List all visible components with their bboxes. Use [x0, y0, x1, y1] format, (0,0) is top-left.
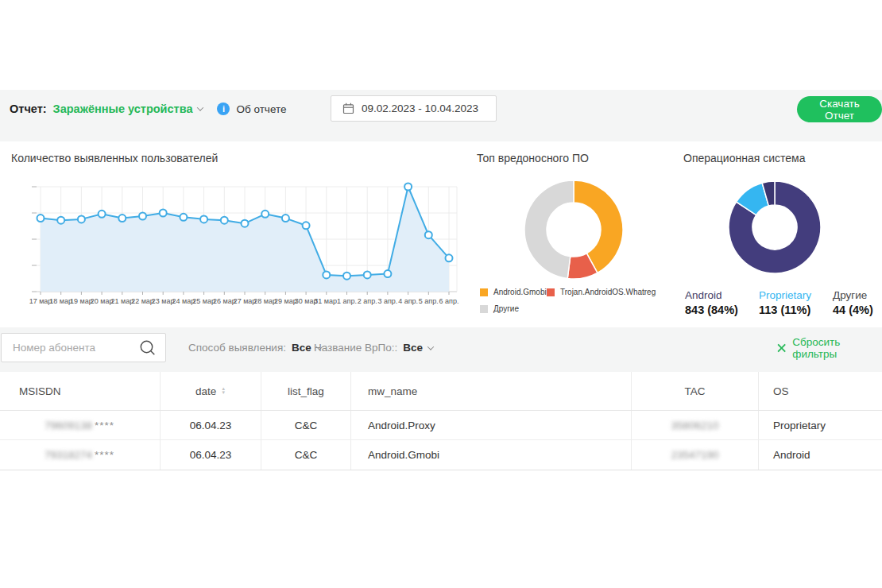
date-cell: 06.04.23 — [161, 440, 261, 470]
mw-name-cell: Android.Gmobi — [351, 440, 632, 470]
sort-arrows-icon[interactable]: ▲▼ — [221, 387, 226, 395]
masked-tac: 23547190 — [671, 449, 718, 461]
svg-text:6 апр.: 6 апр. — [439, 297, 459, 305]
svg-text:21 мар: 21 мар — [110, 297, 133, 305]
legend-item: Другие — [480, 304, 519, 313]
os-stat: Другие 44 (4%) — [833, 289, 873, 316]
column-header-mw-name: mw_name — [351, 372, 632, 410]
legend-item: Android.Gmobi — [480, 288, 547, 296]
filter-label: Название ВрПо:: — [314, 342, 397, 354]
svg-text:4 апр.: 4 апр. — [398, 297, 418, 305]
charts-card: Количество выявленных пользователей Топ … — [0, 141, 882, 327]
legend-swatch — [480, 288, 488, 296]
legend-label: Android.Gmobi — [493, 288, 547, 296]
svg-text:31 мар.: 31 мар. — [314, 297, 338, 305]
filter-value: Все — [403, 342, 423, 354]
svg-text:19 мар: 19 мар — [70, 297, 93, 305]
download-report-button[interactable]: Скачать Отчет — [797, 96, 882, 122]
report-dropdown[interactable]: Заражённые устройства — [53, 103, 203, 115]
msisdn-cell: 79609138 **** — [0, 411, 161, 439]
detection-method-filter: Способ выявления: Все — [188, 333, 322, 362]
subscriber-search — [1, 333, 166, 362]
os-cell: Android — [759, 440, 882, 470]
column-header-os: OS — [759, 372, 882, 410]
os-stat-name: Proprietary — [759, 289, 811, 301]
filter-label: Способ выявления: — [188, 342, 286, 354]
svg-text:3 апр.: 3 апр. — [377, 297, 397, 305]
tac-cell: 23547190 — [632, 440, 759, 470]
os-stat: Android 843 (84%) — [685, 289, 738, 316]
reset-filters-button[interactable]: Сбросить фильтры — [777, 333, 882, 362]
svg-text:2 апр.: 2 апр. — [358, 297, 377, 305]
report-label: Отчет: — [10, 103, 47, 115]
table-row: 79609138 **** 06.04.23 C&C Android.Proxy… — [0, 411, 882, 440]
reset-filters-label: Сбросить фильтры — [792, 336, 882, 360]
legend-label: Другие — [493, 304, 519, 313]
report-selector-row: Отчет: Заражённые устройства i Об отчете — [10, 96, 286, 122]
legend-label: Trojan.AndroidOS.Whatreg — [560, 288, 656, 296]
column-header-tac: TAC — [632, 372, 759, 410]
os-stat-value: 44 (4%) — [833, 304, 873, 316]
column-header-msisdn: MSISDN — [0, 372, 161, 410]
masked-tac: 35806210 — [671, 420, 718, 431]
svg-text:29 мар: 29 мар — [274, 297, 297, 305]
legend-swatch — [480, 305, 488, 313]
svg-text:20 мар: 20 мар — [91, 297, 114, 305]
table-row: 79318274 **** 06.04.23 C&C Android.Gmobi… — [0, 440, 882, 470]
masked-msisdn: 79318274 — [44, 449, 92, 461]
svg-text:23 мар: 23 мар — [152, 297, 175, 305]
os-stat: Proprietary 113 (11%) — [759, 289, 811, 316]
users-line-chart: 17 мар18 мар19 мар20 мар21 мар22 мар23 м… — [30, 178, 499, 315]
column-header-date[interactable]: date ▲▼ — [161, 372, 261, 410]
svg-text:1 апр.: 1 апр. — [337, 297, 357, 305]
date-range-value: 09.02.2023 - 10.04.2023 — [362, 103, 478, 114]
list-flag-cell: C&C — [261, 411, 351, 439]
list-flag-cell: C&C — [261, 440, 351, 470]
svg-text:26 мар: 26 мар — [213, 297, 236, 305]
svg-text:28 мар: 28 мар — [253, 297, 277, 305]
chevron-down-icon — [197, 104, 203, 110]
report-name: Заражённые устройства — [53, 103, 193, 115]
masked-msisdn: 79609138 — [44, 420, 92, 431]
malware-name-filter: Название ВрПо:: Все — [314, 333, 433, 362]
close-icon — [777, 343, 786, 353]
legend-swatch — [547, 288, 555, 296]
msisdn-mask-stars: **** — [95, 420, 114, 431]
column-header-list-flag: list_flag — [261, 372, 351, 410]
table-header-row: MSISDN date ▲▼ list_flag mw_name TAC OS — [0, 372, 882, 411]
malware-donut-chart — [523, 179, 625, 280]
os-stat-name: Другие — [833, 289, 873, 301]
svg-text:27 мар: 27 мар — [234, 297, 257, 305]
tac-cell: 35806210 — [632, 411, 759, 439]
svg-text:17 мар: 17 мар — [29, 297, 52, 305]
malware-name-dropdown[interactable]: Все — [403, 342, 433, 354]
msisdn-cell: 79318274 **** — [0, 440, 161, 470]
os-stat-value: 843 (84%) — [685, 304, 738, 316]
svg-text:5 апр.: 5 апр. — [419, 297, 439, 305]
search-icon[interactable] — [139, 339, 157, 357]
os-donut-chart — [727, 180, 822, 275]
about-report-link[interactable]: Об отчете — [236, 103, 286, 115]
svg-text:22 мар: 22 мар — [131, 297, 154, 305]
line-chart-title: Количество выявленных пользователей — [11, 152, 218, 164]
info-icon[interactable]: i — [217, 103, 230, 115]
svg-text:24 мар: 24 мар — [172, 297, 195, 305]
msisdn-mask-stars: **** — [95, 449, 114, 461]
os-stat-name: Android — [685, 289, 738, 301]
legend-item: Trojan.AndroidOS.Whatreg — [547, 288, 656, 296]
date-range-picker[interactable]: 09.02.2023 - 10.04.2023 — [331, 95, 497, 122]
infected-devices-table: MSISDN date ▲▼ list_flag mw_name TAC OS … — [0, 372, 882, 470]
calendar-icon — [342, 103, 354, 114]
mw-name-cell: Android.Proxy — [351, 411, 632, 439]
column-header-label: date — [195, 385, 216, 397]
os-donut-title: Операционная система — [683, 152, 805, 164]
svg-text:25 мар: 25 мар — [192, 297, 215, 305]
os-stat-value: 113 (11%) — [759, 304, 811, 316]
date-cell: 06.04.23 — [161, 411, 261, 439]
chevron-down-icon — [427, 343, 434, 350]
malware-donut-title: Топ вредоносного ПО — [477, 152, 589, 164]
os-cell: Proprietary — [759, 411, 882, 439]
filter-value: Все — [292, 342, 311, 354]
svg-text:18 мар: 18 мар — [49, 297, 72, 305]
